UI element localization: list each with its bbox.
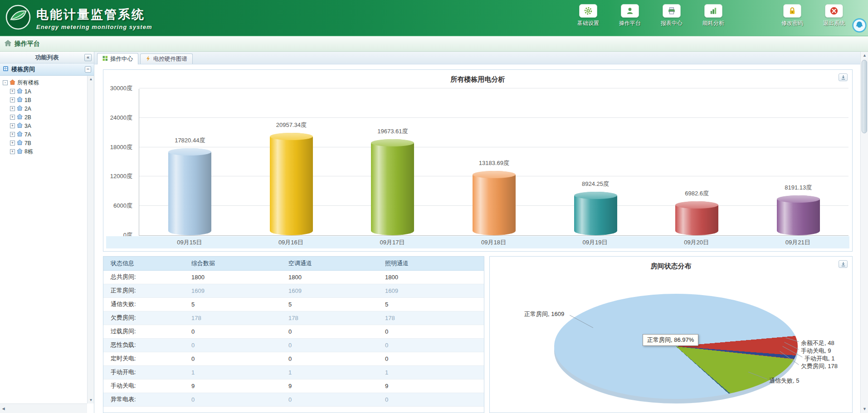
building-icon [10, 79, 15, 86]
expand-icon[interactable]: + [10, 115, 15, 120]
app-logo [5, 5, 31, 30]
table-row: 过载房间:000 [103, 325, 484, 338]
bar-09月20日[interactable] [675, 201, 718, 235]
scroll-down-icon[interactable]: ▼ [88, 397, 94, 403]
pie-slice-label: 余额不足, 48 [801, 339, 834, 347]
tree-item-label: 1B [24, 97, 31, 103]
sidebar-horizontal-scrollbar[interactable]: ◀ [0, 403, 87, 413]
row-value: 9 [184, 379, 281, 393]
expand-icon[interactable]: + [10, 89, 15, 94]
lock-icon [783, 4, 801, 18]
bar-09月21日[interactable] [777, 195, 820, 235]
page-scrollbar[interactable]: ▲ ▼ [860, 52, 868, 413]
tab-operation-center[interactable]: 操作中心 [97, 53, 138, 64]
nav-button-chart[interactable]: 能耗分析 [699, 4, 727, 27]
row-value: 0 [184, 352, 281, 365]
contact-float-icon[interactable] [852, 18, 867, 33]
nav-button-user[interactable]: 操作平台 [616, 4, 644, 27]
table-row: 手动关电:999 [103, 379, 484, 393]
pie[interactable] [554, 294, 798, 399]
row-label: 正常房间: [103, 284, 184, 297]
row-value: 178 [184, 311, 281, 325]
expand-icon[interactable]: + [10, 97, 15, 102]
tree-item-label: 7A [24, 131, 31, 138]
tree-root-all-buildings[interactable]: -所有楼栋 [0, 78, 87, 87]
sidebar: 功能列表 « 楼栋房间 − -所有楼栋+1A+1B+2A+2B+3A+7A+7B… [0, 52, 94, 413]
collapse-icon[interactable]: - [3, 80, 8, 85]
tree-item-7B[interactable]: +7B [0, 139, 87, 147]
pie-tooltip: 正常房间, 86.97% [643, 334, 698, 346]
table-header-cell: 照明通道 [378, 257, 484, 270]
scroll-up-icon[interactable]: ▲ [861, 52, 868, 59]
row-value: 9 [378, 379, 484, 393]
pie-slice-label: 手动开电, 1 [805, 355, 834, 363]
table-header-cell: 状态信息 [103, 257, 184, 270]
tree-item-3A[interactable]: +3A [0, 121, 87, 130]
expand-icon[interactable]: + [10, 149, 15, 154]
bar-chart-panel: 所有楼栋用电分析 0度6000度12000度18000度24000度30000度… [103, 69, 853, 252]
breadcrumb: 操作平台 [0, 36, 868, 52]
tree-item-1B[interactable]: +1B [0, 96, 87, 104]
tree-item-label: 所有楼栋 [17, 79, 39, 87]
tree-item-1A[interactable]: +1A [0, 87, 87, 96]
expand-icon[interactable]: + [10, 106, 15, 111]
bar-09月18日[interactable] [473, 171, 516, 235]
row-value: 1609 [281, 284, 378, 297]
tree-item-2A[interactable]: +2A [0, 104, 87, 113]
nav-button-close[interactable]: 退出系统 [820, 4, 848, 27]
nav-button-printer[interactable]: 报表中心 [658, 4, 686, 27]
bar-09月16日[interactable] [270, 133, 313, 235]
expand-icon[interactable]: + [10, 141, 15, 146]
section-collapse-button[interactable]: − [85, 66, 91, 73]
sidebar-section-header[interactable]: 楼栋房间 − [0, 63, 94, 76]
bar-09月17日[interactable] [371, 139, 414, 235]
sidebar-vertical-scrollbar[interactable]: ▲ ▼ [87, 76, 94, 403]
row-value: 5 [281, 297, 378, 311]
tab-hardware-map[interactable]: 电控硬件图谱 [140, 53, 193, 64]
bar-value-label: 17820.44度 [139, 136, 241, 145]
tab-bar: 操作中心电控硬件图谱 [94, 52, 860, 64]
bar-09月19日[interactable] [574, 192, 617, 235]
content-area: 所有楼栋用电分析 0度6000度12000度18000度24000度30000度… [94, 64, 860, 413]
tree-item-7A[interactable]: +7A [0, 130, 87, 139]
sidebar-collapse-button[interactable]: « [84, 54, 92, 61]
tree-item-2B[interactable]: +2B [0, 113, 87, 121]
status-table-body: 总共房间:180018001800正常房间:160916091609通信失败:5… [103, 270, 484, 406]
nav-button-gear[interactable]: 基础设置 [574, 4, 602, 27]
gridline [139, 117, 848, 118]
row-value: 0 [378, 393, 484, 406]
scroll-left-icon[interactable]: ◀ [0, 405, 7, 412]
row-value: 1800 [184, 270, 281, 284]
y-tick-label: 18000度 [110, 143, 132, 151]
building-icon [17, 122, 23, 129]
scroll-up-icon[interactable]: ▲ [88, 76, 94, 83]
expand-icon[interactable]: + [10, 132, 15, 137]
expand-icon[interactable]: + [10, 123, 15, 128]
table-row: 定时关电:000 [103, 352, 484, 365]
y-tick-label: 30000度 [110, 84, 132, 92]
sidebar-section-title: 楼栋房间 [11, 65, 35, 73]
pie-stage: 正常房间, 1609 正常房间, 86.97% 余额不足, 48手动关电, 9手… [490, 257, 852, 413]
status-table: 状态信息综合数据空调通道照明通道 总共房间:180018001800正常房间:1… [103, 257, 484, 407]
scrollbar-thumb[interactable] [862, 60, 867, 133]
row-value: 0 [184, 325, 281, 338]
row-value: 1609 [378, 284, 484, 297]
row-label: 定时关电: [103, 352, 184, 365]
building-icon [17, 97, 23, 103]
tree-item-8栋[interactable]: +8栋 [0, 147, 87, 156]
table-row: 手动开电:111 [103, 365, 484, 379]
download-icon[interactable] [839, 73, 848, 81]
bar-09月15日[interactable] [168, 148, 211, 235]
header-nav: 基础设置操作平台报表中心能耗分析修改密码退出系统 [574, 4, 848, 27]
x-tick-label: 09月20日 [646, 236, 747, 248]
row-value: 5 [184, 297, 281, 311]
nav-label: 退出系统 [823, 19, 845, 27]
table-row: 异常电表:000 [103, 393, 484, 406]
tab-label: 电控硬件图谱 [153, 55, 187, 63]
nav-label: 基础设置 [577, 19, 599, 27]
x-tick-label: 09月18日 [443, 236, 545, 248]
scroll-down-icon[interactable]: ▼ [861, 405, 868, 413]
nav-button-lock[interactable]: 修改密码 [778, 4, 806, 27]
row-value: 0 [281, 325, 378, 338]
building-icon [17, 140, 23, 146]
